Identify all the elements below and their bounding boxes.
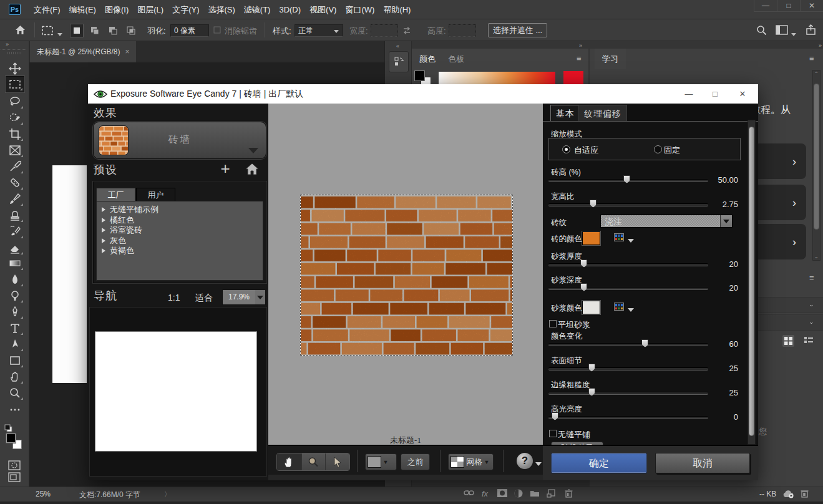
new-layer-icon[interactable] xyxy=(547,489,555,500)
menu-6[interactable]: 滤镜(T) xyxy=(240,0,275,19)
preset-tab-factory[interactable]: 工厂 xyxy=(96,188,135,201)
type-tool[interactable] xyxy=(6,320,24,336)
hand-tool-button[interactable] xyxy=(277,453,301,470)
new-selection-button[interactable] xyxy=(70,24,84,37)
slider-thumb[interactable] xyxy=(641,339,648,347)
expand-triangle-icon[interactable] xyxy=(102,248,105,253)
eraser-tool[interactable] xyxy=(6,240,24,256)
path-selection-tool[interactable] xyxy=(6,336,24,352)
new-group-icon[interactable] xyxy=(530,489,540,499)
pen-tool[interactable] xyxy=(6,304,24,320)
lasso-tool[interactable] xyxy=(6,94,24,110)
scroll-up-icon[interactable]: ⌃ xyxy=(814,71,819,77)
menu-8[interactable]: 视图(V) xyxy=(305,0,341,19)
dropdown-arrow-icon[interactable] xyxy=(720,215,732,227)
param-slider[interactable] xyxy=(548,416,708,419)
default-colors-icon[interactable] xyxy=(4,424,13,433)
slider-thumb[interactable] xyxy=(588,388,595,396)
document-tab-close-icon[interactable]: × xyxy=(125,47,130,56)
palette-icon[interactable] xyxy=(614,303,624,311)
preview-canvas[interactable]: 未标题-1 xyxy=(268,104,543,445)
expand-triangle-icon[interactable] xyxy=(102,207,105,212)
foreground-color-swatch[interactable] xyxy=(6,434,16,443)
search-icon[interactable] xyxy=(756,25,767,37)
frame-tool[interactable] xyxy=(6,142,24,158)
palette-arrow-icon[interactable] xyxy=(628,239,634,243)
healing-tool[interactable] xyxy=(6,175,24,191)
style-dropdown[interactable]: 正常 xyxy=(295,24,343,37)
tab-swatches[interactable]: 色板 xyxy=(441,49,472,69)
slider-thumb[interactable] xyxy=(580,259,587,268)
hand-tool[interactable] xyxy=(6,369,24,385)
link-layers-icon[interactable] xyxy=(464,489,474,498)
zoom-1to1-button[interactable]: 1:1 xyxy=(168,293,180,303)
tab-texture-offset[interactable]: 纹理偏移 xyxy=(578,105,627,121)
radio-adaptive[interactable] xyxy=(562,145,570,153)
dialog-title-bar[interactable]: Exposure Software Eye Candy 7 | 砖墙 | 出厂默… xyxy=(88,84,758,104)
slider-thumb[interactable] xyxy=(588,364,595,372)
settings-scrollbar[interactable] xyxy=(748,120,756,445)
photoshop-logo[interactable]: Ps xyxy=(9,4,21,15)
marquee-tool-icon[interactable] xyxy=(41,26,54,37)
param-checkbox[interactable] xyxy=(549,320,557,327)
marquee-tool[interactable] xyxy=(6,76,24,92)
preset-tab-user[interactable]: 用户 xyxy=(136,188,175,201)
color-swatch[interactable] xyxy=(582,231,600,245)
expand-triangle-icon[interactable] xyxy=(102,228,105,233)
dock-collapse-icon[interactable]: « xyxy=(396,43,399,49)
object-selection-tool[interactable] xyxy=(6,110,24,126)
param-slider[interactable] xyxy=(548,287,708,290)
dock-expand-icon[interactable]: » xyxy=(819,42,821,49)
grid-view-button[interactable] xyxy=(782,335,794,347)
tab-basic[interactable]: 基本 xyxy=(550,105,580,121)
help-dropdown-icon[interactable] xyxy=(535,462,542,466)
screen-mode-button[interactable] xyxy=(8,472,21,484)
ok-button[interactable]: 确定 xyxy=(551,453,647,473)
clone-stamp-tool[interactable] xyxy=(6,207,24,223)
history-brush-tool[interactable] xyxy=(6,223,24,240)
quick-mask-button[interactable] xyxy=(8,460,21,472)
menu-9[interactable]: 窗口(W) xyxy=(341,0,379,19)
home-icon[interactable] xyxy=(15,25,26,37)
grid-background-dropdown[interactable]: 网格 ▼ xyxy=(448,453,494,470)
zoom-tool-button[interactable] xyxy=(301,453,326,470)
panel-menu-icon[interactable]: ≡ xyxy=(809,54,814,63)
document-canvas[interactable] xyxy=(52,165,87,383)
zoom-dropdown-arrow-icon[interactable] xyxy=(255,290,265,304)
window-close-button[interactable]: ✕ xyxy=(800,0,823,12)
menu-1[interactable]: 编辑(E) xyxy=(65,0,100,19)
ellipsis-tool[interactable] xyxy=(6,402,24,418)
preset-item[interactable]: 浴室瓷砖 xyxy=(102,225,142,235)
window-minimize-button[interactable]: — xyxy=(754,0,777,12)
scrollbar-thumb[interactable] xyxy=(814,84,819,230)
param-checkbox[interactable] xyxy=(549,430,557,437)
param-slider[interactable] xyxy=(548,263,708,266)
menu-7[interactable]: 3D(D) xyxy=(275,0,305,19)
param-slider[interactable] xyxy=(548,392,708,395)
slider-thumb[interactable] xyxy=(580,283,587,291)
select-and-mask-button[interactable]: 选择并遮住 ... xyxy=(488,23,547,37)
dialog-maximize-button[interactable]: □ xyxy=(704,84,726,103)
palette-arrow-icon[interactable] xyxy=(628,308,634,312)
preset-item[interactable]: 黄褐色 xyxy=(102,246,134,256)
document-tab[interactable]: 未标题-1 @ 25%(RGB/8) × xyxy=(30,41,136,62)
slider-thumb[interactable] xyxy=(623,175,630,183)
menu-3[interactable]: 图层(L) xyxy=(133,0,168,19)
workspace-arrow-icon[interactable] xyxy=(791,29,796,38)
tool-preset-arrow-icon[interactable] xyxy=(57,29,62,38)
menu-0[interactable]: 文件(F) xyxy=(29,0,65,19)
param-slider[interactable] xyxy=(548,367,708,371)
param-slider[interactable] xyxy=(548,343,708,346)
dialog-close-button[interactable]: ✕ xyxy=(732,84,753,103)
zoom-level-dropdown[interactable]: 17.9% xyxy=(222,289,266,305)
intersect-selection-button[interactable] xyxy=(124,24,138,37)
zoom-level-text[interactable]: 25% xyxy=(36,490,51,498)
layer-mask-icon[interactable] xyxy=(497,489,507,499)
cancel-button[interactable]: 取消 xyxy=(655,453,750,473)
status-chevron-icon[interactable]: 〉 xyxy=(164,490,171,499)
arrow-tool-button[interactable] xyxy=(325,453,349,470)
blur-tool[interactable] xyxy=(6,271,24,288)
home-preset-button[interactable] xyxy=(245,162,259,176)
antialias-checkbox[interactable] xyxy=(213,26,221,36)
foreground-color-swatch[interactable] xyxy=(414,70,425,81)
